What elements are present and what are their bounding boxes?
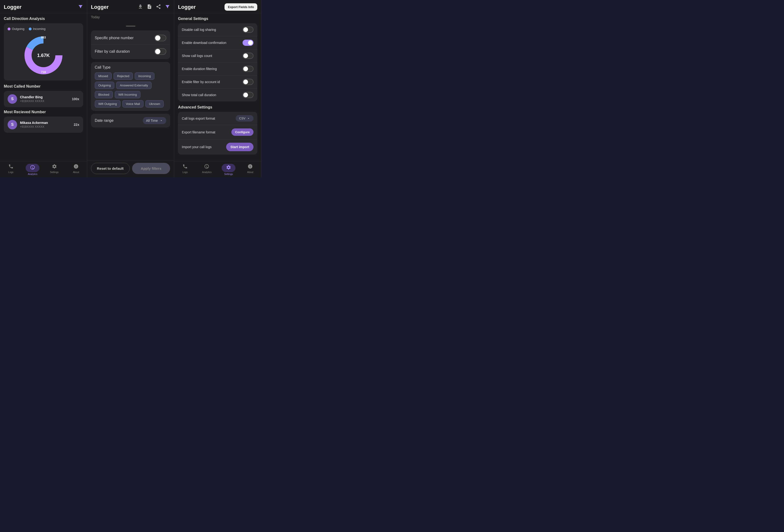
configure-button[interactable]: Configure [231, 128, 253, 136]
most-received-card: S Mikasa Ackerman +919XXXX XXXXX 22x [4, 117, 83, 133]
panel2-content: Specific phone number Filter by call dur… [87, 21, 174, 160]
settings-label-1: Enable download confirmation [182, 41, 226, 45]
panel-analytics: Logger Call Direction Analysis Outgoing … [0, 0, 87, 177]
settings-label-5: Show total call duration [182, 93, 216, 97]
date-range-label: Date range [95, 118, 114, 123]
filter-phone-row: Specific phone number [91, 31, 170, 45]
legend-outgoing-label: Outgoing [12, 27, 25, 31]
chip-unknown[interactable]: Uknown [145, 100, 164, 108]
file-icon[interactable] [147, 4, 152, 10]
nav3-logs-label: Logs [183, 171, 188, 174]
donut-outgoing-label: 953 [41, 36, 46, 39]
nav1-about[interactable]: About [65, 163, 87, 176]
panel3-bottom-nav: Logs Analytics Settings About [174, 161, 261, 177]
toggle-1[interactable] [243, 40, 253, 46]
panel2-title: Logger [91, 4, 109, 10]
call-direction-title: Call Direction Analysis [4, 17, 83, 21]
csv-dropdown[interactable]: CSV [236, 115, 253, 122]
panel3-content: General Settings Disable call log sharin… [174, 13, 261, 161]
chip-answered-externally[interactable]: Answered Externally [116, 82, 151, 89]
download-icon[interactable] [138, 4, 143, 10]
phone-icon-p3 [183, 164, 188, 170]
chip-rejected[interactable]: Rejected [114, 72, 133, 80]
chip-outgoing[interactable]: Outgoing [95, 82, 114, 89]
legend-incoming-label: Incoming [33, 27, 46, 31]
nav1-logs[interactable]: Logs [0, 163, 22, 176]
csv-value: CSV [239, 117, 245, 120]
date-range-row: Date range All Time [91, 114, 170, 127]
most-called-avatar: S [8, 94, 17, 104]
nav3-about[interactable]: About [240, 163, 261, 176]
apply-button[interactable]: Apply filters [132, 163, 170, 174]
panel1-content: Call Direction Analysis Outgoing Incomin… [0, 13, 87, 161]
most-called-card: S Chandler Bing +919XXXX XXXXX 100x [4, 91, 83, 107]
legend-dot-outgoing [8, 28, 10, 30]
chip-wifi-outgoing[interactable]: Wifi Outgoing [95, 100, 120, 108]
toggle-5[interactable] [243, 92, 253, 98]
chart-icon-p3 [204, 164, 209, 170]
most-received-name: Mikasa Ackerman [20, 121, 71, 125]
chip-missed[interactable]: Missed [95, 72, 112, 80]
panel-filter: Logger Today Specific phone number [87, 0, 174, 177]
filter-phone-toggle[interactable] [155, 35, 166, 41]
chip-incoming[interactable]: Incoming [135, 72, 155, 80]
panel1-title: Logger [4, 4, 22, 10]
nav1-settings[interactable]: Settings [44, 163, 65, 176]
chip-blocked[interactable]: Blocked [95, 91, 113, 98]
gear-icon-p1 [52, 164, 57, 170]
donut-total: 1.67K [37, 53, 50, 58]
toggle-3[interactable] [243, 66, 253, 72]
call-type-title: Call Type [95, 65, 167, 69]
general-settings-group: Disable call log sharing Enable download… [178, 23, 257, 101]
panel3-title: Logger [178, 4, 196, 10]
filter-actions: Reset to default Apply filters [87, 160, 174, 177]
adv-label-1: Export filename format [182, 130, 215, 134]
panel3-header: Logger Export Fields Info [174, 0, 261, 13]
filter-phone-label: Specific phone number [95, 36, 134, 40]
toggle-2[interactable] [243, 53, 253, 59]
nav3-settings-label: Settings [224, 173, 233, 175]
phone-icon [8, 164, 13, 170]
reset-button[interactable]: Reset to default [91, 163, 130, 174]
share-icon[interactable] [156, 4, 161, 10]
export-fields-button[interactable]: Export Fields Info [225, 3, 257, 11]
most-received-count: 22x [74, 123, 79, 126]
filter-icon[interactable] [78, 4, 83, 10]
call-type-section: Call Type Missed Rejected Incoming Outgo… [91, 62, 170, 111]
nav3-logs[interactable]: Logs [174, 163, 196, 176]
toggle-0[interactable] [243, 27, 253, 33]
date-value: All Time [146, 119, 158, 122]
toggle-4[interactable] [243, 79, 253, 85]
filter-icon-p2[interactable] [165, 4, 170, 10]
settings-row-1: Enable download confirmation [178, 36, 257, 49]
sheet-handle [126, 26, 135, 27]
gear-icon-p3 [222, 164, 235, 172]
most-received-row: S Mikasa Ackerman +919XXXX XXXXX 22x [8, 120, 79, 129]
adv-row-0: Call logs export format CSV [178, 112, 257, 125]
chip-voicemail[interactable]: Voice Mail [122, 100, 143, 108]
nav3-analytics[interactable]: Analytics [196, 163, 218, 176]
chart-container: Outgoing Incoming 1.67K 95 [4, 23, 83, 81]
nav3-settings[interactable]: Settings [218, 163, 239, 176]
filter-duration-label: Filter by call duration [95, 49, 130, 54]
nav1-analytics-label: Analytics [28, 173, 37, 175]
filter-date-label: Today [87, 13, 174, 21]
settings-row-3: Enable duration filtering [178, 62, 257, 76]
adv-label-0: Call logs export format [182, 117, 215, 120]
start-import-button[interactable]: Start import [226, 143, 253, 151]
nav1-analytics[interactable]: Analytics [22, 163, 43, 176]
filter-duration-row: Filter by call duration [91, 45, 170, 58]
nav1-about-label: About [73, 171, 79, 174]
date-dropdown[interactable]: All Time [143, 117, 167, 124]
most-called-count: 100x [72, 97, 79, 101]
legend-dot-incoming [29, 28, 32, 30]
filter-toggles: Specific phone number Filter by call dur… [91, 30, 170, 59]
most-called-name: Chandler Bing [20, 95, 69, 99]
nav1-logs-label: Logs [8, 171, 13, 174]
panel2-header: Logger [87, 0, 174, 13]
chart-legend: Outgoing Incoming [8, 27, 46, 31]
filter-duration-toggle[interactable] [155, 48, 166, 55]
settings-row-4: Enable filter by account id [178, 76, 257, 89]
chip-wifi-incoming[interactable]: Wifi Incoming [115, 91, 140, 98]
general-settings-title: General Settings [178, 17, 257, 21]
